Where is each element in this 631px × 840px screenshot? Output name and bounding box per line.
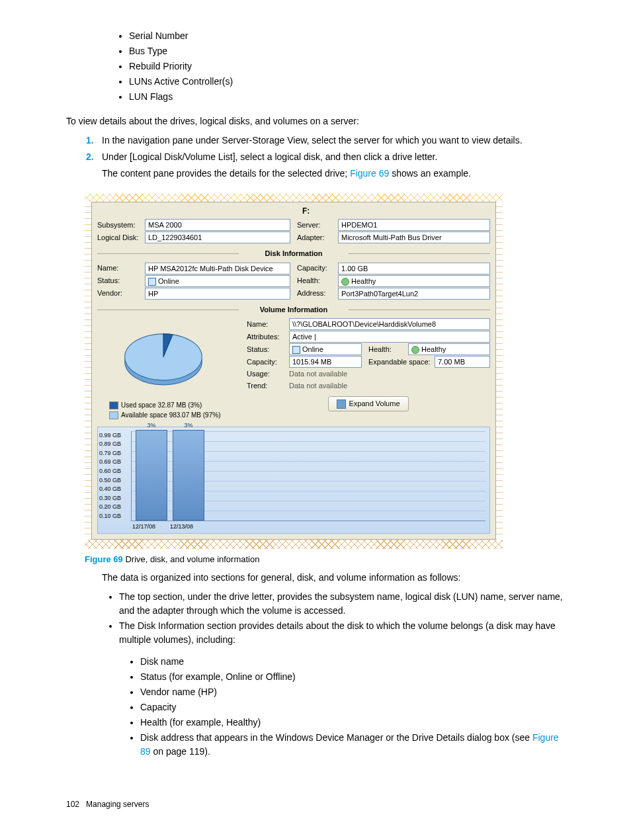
figure-link[interactable]: Figure 69 — [350, 168, 389, 179]
page-footer: 102 Managing servers — [66, 798, 565, 810]
health-icon — [341, 278, 349, 286]
chart-x-axis: 12/17/08 12/13/08 — [131, 523, 193, 532]
step-subtext: The content pane provides the details fo… — [102, 168, 350, 179]
page-number: 102 — [66, 800, 79, 809]
server-field: HPDEMO1 — [338, 219, 490, 231]
step-item: 1.In the navigation pane under Server-St… — [86, 134, 565, 147]
step-text: In the navigation pane under Server-Stor… — [102, 135, 523, 146]
property-list: Serial Number Bus Type Rebuild Priority … — [66, 29, 565, 104]
disk-capacity-label: Capacity: — [297, 263, 338, 274]
figure-title: Drive, disk, and volume information — [123, 554, 260, 564]
torn-edge-top — [85, 194, 503, 202]
footer-section: Managing servers — [86, 800, 149, 809]
vol-exp-field: 7.00 MB — [435, 356, 490, 368]
list-item: The top section, under the drive letter,… — [119, 590, 565, 618]
subsystem-field: MSA 2000 — [145, 219, 290, 231]
logical-disk-label: Logical Disk: — [97, 232, 145, 243]
expand-icon — [337, 399, 346, 409]
status-icon — [148, 278, 156, 286]
legend-swatch-avail — [109, 411, 118, 419]
list-item: Serial Number — [129, 29, 565, 43]
disk-name-label: Name: — [97, 263, 145, 274]
vol-exp-label: Expandable space: — [368, 357, 435, 368]
chart-bar: 3% — [136, 430, 167, 521]
vol-capacity-field: 1015.94 MB — [289, 356, 362, 368]
figure-caption: Figure 69 Drive, disk, and volume inform… — [85, 553, 565, 566]
list-item: Vendor name (HP) — [140, 685, 565, 699]
legend-swatch-used — [109, 401, 118, 409]
list-item: LUN Flags — [129, 90, 565, 104]
list-item: Rebuild Priority — [129, 60, 565, 73]
pie-legend: Used space 32.87 MB (3%) Available space… — [109, 400, 243, 420]
torn-edge-right — [496, 202, 503, 540]
bar-label: 3% — [184, 421, 192, 431]
list-item: Capacity — [140, 700, 565, 714]
list-item-text: Disk address that appears in the Windows… — [140, 732, 532, 743]
disk-info-header: Disk Information — [97, 248, 490, 259]
status-icon — [292, 346, 300, 354]
figure-screenshot: F: Subsystem: MSA 2000 Logical Disk: LD_… — [85, 194, 503, 549]
disk-health-label: Health: — [297, 275, 338, 286]
list-item-text: on page 119). — [151, 746, 210, 757]
adapter-label: Adapter: — [297, 232, 338, 243]
disk-vendor-label: Vendor: — [97, 288, 145, 299]
usage-bar-chart: 0.99 GB 0.89 GB 0.79 GB 0.69 GB 0.60 GB … — [97, 427, 490, 534]
torn-edge-bottom — [85, 540, 503, 549]
vol-status-label: Status: — [247, 344, 289, 355]
vol-name-label: Name: — [247, 319, 289, 330]
step-text: Under [Logical Disk/Volume List], select… — [102, 151, 437, 162]
disk-status-label: Status: — [97, 275, 145, 286]
disk-capacity-field: 1.00 GB — [338, 263, 490, 274]
logical-disk-field: LD_1229034601 — [145, 231, 290, 243]
list-item: Bus Type — [129, 44, 565, 58]
step-item: 2.Under [Logical Disk/Volume List], sele… — [86, 150, 565, 181]
disk-address-field: Port3Path0Target4Lun2 — [338, 288, 490, 300]
list-item: Status (for example, Online or Offline) — [140, 670, 565, 684]
vol-trend-field: Data not available — [289, 380, 490, 392]
list-item: Health (for example, Healthy) — [140, 716, 565, 730]
list-item: Disk address that appears in the Windows… — [140, 731, 565, 759]
detail-bullets: The top section, under the drive letter,… — [66, 590, 565, 647]
details-panel: F: Subsystem: MSA 2000 Logical Disk: LD_… — [91, 202, 496, 540]
steps-list: 1.In the navigation pane under Server-St… — [66, 134, 565, 181]
disk-info-sub-bullets: Disk name Status (for example, Online or… — [66, 655, 565, 759]
vol-health-label: Health: — [368, 344, 408, 355]
disk-vendor-field: HP — [145, 288, 290, 300]
pie-chart — [117, 321, 210, 394]
chart-y-axis: 0.99 GB 0.89 GB 0.79 GB 0.69 GB 0.60 GB … — [99, 431, 128, 521]
volume-info-header: Volume Information — [97, 304, 490, 315]
disk-health-field: Healthy — [338, 275, 490, 287]
bar-label: 3% — [147, 421, 155, 431]
disk-status-field: Online — [145, 275, 290, 287]
disk-name-field: HP MSA2012fc Multi-Path Disk Device — [145, 263, 290, 274]
legend-avail-text: Available space 983.07 MB (97%) — [121, 411, 220, 419]
legend-used-text: Used space 32.87 MB (3%) — [121, 401, 202, 409]
vol-capacity-label: Capacity: — [247, 357, 289, 368]
vol-health-field: Healthy — [408, 343, 490, 355]
server-label: Server: — [297, 220, 338, 231]
step-subtext: shows an example. — [389, 168, 471, 179]
subsystem-label: Subsystem: — [97, 220, 145, 231]
vol-usage-field: Data not available — [289, 368, 490, 380]
drive-letter-label: F: — [302, 205, 490, 217]
list-item: Disk name — [140, 655, 565, 669]
figure-number: Figure 69 — [85, 554, 123, 564]
vol-attr-field: Active | — [289, 331, 490, 343]
after-figure-text: The data is organized into sections for … — [102, 571, 565, 585]
list-item: LUNs Active Controller(s) — [129, 75, 565, 89]
vol-trend-label: Trend: — [247, 380, 289, 392]
vol-attr-label: Attributes: — [247, 331, 289, 343]
intro-text: To view details about the drives, logica… — [66, 114, 565, 128]
disk-address-label: Address: — [297, 288, 338, 299]
chart-plot-area: 3% 3% — [131, 431, 485, 521]
expand-volume-button[interactable]: Expand Volume — [328, 396, 408, 411]
vol-status-field: Online — [289, 343, 362, 355]
chart-bar: 3% — [173, 430, 204, 521]
vol-usage-label: Usage: — [247, 368, 289, 380]
adapter-field: Microsoft Multi-Path Bus Driver — [338, 231, 490, 243]
vol-name-field: \\?\GLOBALROOT\Device\HarddiskVolume8 — [289, 318, 490, 330]
torn-edge-left — [85, 202, 91, 540]
health-icon — [411, 346, 419, 354]
list-item: The Disk Information section provides de… — [119, 619, 565, 647]
